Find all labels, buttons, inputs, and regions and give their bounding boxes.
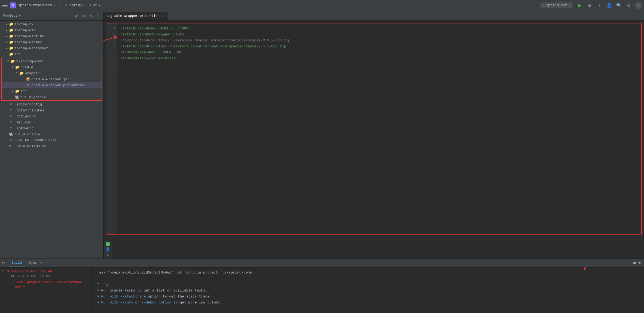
close-sidebar-icon[interactable]: ✕	[88, 13, 93, 19]
branch-icon: ⎇	[64, 4, 67, 7]
tab-close-gradle-wrapper-properties[interactable]: ✕	[161, 14, 165, 18]
label-build-gradle: build.gradle	[20, 95, 46, 99]
code-content[interactable]: distributionBase=GRADLE_USER_HOME distri…	[117, 23, 641, 234]
collapse-all-icon[interactable]: ⊖	[81, 13, 86, 19]
build-output-line-3: * Try:	[97, 282, 640, 288]
sidebar-item-gitattributes[interactable]: ≡ .gitattributes	[0, 107, 103, 113]
sidebar-item-wrapper[interactable]: ▼ 📁 wrapper	[2, 70, 102, 76]
debug-link[interactable]: --debug option	[142, 300, 171, 305]
label-code-of-conduct: CODE_OF_CONDUCT.adoc	[14, 138, 57, 142]
tab-label-gradle-wrapper-properties: gradle-wrapper.properties	[110, 14, 159, 18]
label-contributing: CONTRIBUTING.md	[14, 144, 46, 148]
code-line-6: zipStorePath=wrapper/dists	[120, 56, 638, 62]
project-name[interactable]: spring-framework ▾	[18, 3, 55, 8]
sidebar-dropdown-icon: ▾	[19, 14, 21, 18]
sidebar-item-spring-web[interactable]: ▶ 📁 spring-web	[0, 27, 103, 33]
sidebar-item-spring-webmvc[interactable]: ▶ 📁 spring-webmvc	[0, 39, 103, 45]
sidebar-item-gradle-wrapper-properties[interactable]: ⚙ gradle-wrapper.properties	[2, 82, 102, 88]
separator: |	[59, 3, 61, 7]
label-spring-webflux: spring-webflux	[14, 34, 44, 38]
info-link[interactable]: Run with --info	[101, 300, 133, 305]
sdkmanrc-icon: ≡	[9, 126, 14, 130]
sidebar-item-editorconfig[interactable]: ⚙ .editorconfig	[0, 101, 103, 107]
label-spring-websocket: spring-websocket	[14, 46, 48, 50]
task-error-icon: ⚠	[11, 280, 14, 284]
title-bar: S spring-framework ▾ | ⎇ spring-5.3.32 ▾…	[0, 0, 644, 11]
sidebar-item-src[interactable]: 📁 src	[0, 51, 103, 57]
label-editorconfig: .editorconfig	[14, 102, 42, 107]
eye-icon[interactable]: 👁	[638, 261, 642, 265]
more-sidebar-icon[interactable]: ⋮	[95, 13, 100, 19]
stacktrace-link[interactable]: Run with --stacktrace	[101, 294, 146, 299]
gitignore-icon: ⊘	[9, 114, 14, 118]
tab-gradle-wrapper-properties[interactable]: ⚙ gradle-wrapper.properties ✕	[103, 12, 168, 20]
label-spring-web: spring-web	[14, 28, 36, 32]
tab-build[interactable]: Build	[9, 260, 25, 266]
build-output-line-4: > Run gradle tasks to get a list of avai…	[97, 288, 640, 294]
build-item-task-error[interactable]: ⚠ Task 'prepareKotlinBuildScriptModel' n…	[0, 279, 92, 290]
gradle-icon: 🐘	[15, 95, 20, 99]
line-numbers: 1 2 3 4 5 6 7	[106, 23, 117, 234]
code-line-5: zipStoreBase=GRADLE_USER_HOME	[120, 50, 638, 56]
branch-name[interactable]: spring-5.3.32 ▾	[69, 3, 100, 8]
build-item-content: z-spring-demo: failed At 2024 1 sec, 56 …	[11, 269, 52, 279]
add-profile-icon[interactable]: 👤	[606, 2, 612, 9]
folder-icon-src2: 📁	[15, 89, 20, 93]
search-icon[interactable]: 🔍	[616, 2, 622, 9]
code-line-7	[120, 62, 638, 68]
sidebar-item-spring-webflux[interactable]: ▶ 📁 spring-webflux	[0, 33, 103, 39]
run-config-dropdown-icon: ▾	[569, 3, 571, 8]
sidebar-item-contributing[interactable]: M↓ CONTRIBUTING.md	[0, 143, 103, 149]
sidebar-item-build-gradle[interactable]: 🐘 build.gradle	[2, 94, 102, 100]
branch-dropdown-icon: ▾	[98, 3, 100, 8]
sidebar-item-gitignore[interactable]: ⊘ .gitignore	[0, 113, 103, 119]
sidebar-item-sdkmanrc[interactable]: ≡ .sdkmanrc	[0, 125, 103, 131]
minimize-button[interactable]: −	[635, 2, 642, 9]
build-item-z-spring-demo[interactable]: ▼ ● z-spring-demo: failed At 2024 1 sec,…	[0, 269, 92, 279]
folder-icon-z-spring-demo: 📁	[10, 59, 15, 63]
sidebar-tools: ⟳ ⊖ ✕ ⋮	[74, 13, 100, 19]
gutter-badge: 2	[106, 242, 110, 246]
tree-arrow-gradle: ▼	[10, 66, 15, 69]
build-output-line-1: Task 'prepareKotlinBuildScriptModel' not…	[97, 270, 640, 276]
folder-icon-spring-webflux: 📁	[9, 34, 14, 38]
build-label-time: At 2024 1 sec, 56 ms	[11, 274, 52, 279]
sidebar-item-spring-tx[interactable]: ▶ 📁 spring-tx	[0, 21, 103, 27]
label-gradle-wrapper-properties: gradle-wrapper.properties	[31, 83, 84, 87]
ide-settings-icon[interactable]: ⚙	[625, 2, 632, 9]
stop-icon[interactable]: ⏹	[633, 261, 636, 265]
sidebar-item-spring-websocket[interactable]: ▶ 📁 spring-websocket	[0, 45, 103, 51]
refresh-icon[interactable]: ⟳	[74, 13, 79, 19]
sidebar-item-src2[interactable]: ▶ 📁 src	[2, 88, 102, 94]
sidebar-item-gradle[interactable]: ▼ 📁 gradle	[2, 64, 102, 70]
right-gutter: 2 👤 ✕	[103, 241, 112, 259]
tab-sync[interactable]: Sync ✕	[26, 260, 45, 266]
run-config[interactable]: ✕ SpringTest ▾	[540, 2, 573, 8]
folder-icon-spring-tx: 📁	[9, 22, 14, 26]
gutter-close-icon[interactable]: ✕	[106, 253, 109, 257]
code-line-3: #distributionUrl=https\://services.gradl…	[120, 38, 638, 44]
sidebar-item-code-of-conduct[interactable]: ≡ CODE_OF_CONDUCT.adoc	[0, 137, 103, 143]
run-button[interactable]: ▶	[576, 2, 583, 9]
sidebar-item-build-gradle-root[interactable]: 🐘 build.gradle	[0, 131, 103, 137]
gutter-person-icon[interactable]: 👤	[105, 247, 110, 252]
props-icon: ⚙	[26, 83, 30, 87]
code-line-1: distributionBase=GRADLE_USER_HOME	[120, 26, 638, 32]
tab-sync-close[interactable]: ✕	[40, 261, 42, 265]
bottom-left-icons: ⟳	[2, 261, 5, 265]
settings-icon[interactable]: ⚙	[586, 2, 593, 9]
sidebar-title[interactable]: Project ▾	[3, 14, 21, 18]
hamburger-menu-icon[interactable]	[2, 3, 8, 8]
tree-arrow-spring-tx: ▶	[4, 23, 9, 26]
label-gitignore: .gitignore	[14, 114, 36, 118]
refresh-bottom-icon[interactable]: ⟳	[2, 261, 5, 265]
sidebar-item-gradle-wrapper-jar[interactable]: 📦 gradle-wrapper.jar	[2, 76, 102, 82]
label-src2: src	[20, 89, 27, 93]
sidebar-item-z-spring-demo[interactable]: ▼ 📁 z-spring-demo	[2, 58, 102, 64]
folder-icon-wrapper: 📁	[19, 71, 24, 75]
label-src: src	[14, 52, 21, 56]
z-spring-demo-red-box: ▼ 📁 z-spring-demo ▼ 📁 gradle ▼ 📁 wrapper	[1, 58, 102, 101]
sidebar-item-mailmap[interactable]: ≡ .mailmap	[0, 119, 103, 125]
tab-icon-settings: ⚙	[107, 14, 109, 18]
more-actions-icon[interactable]: ⋮	[596, 2, 603, 9]
